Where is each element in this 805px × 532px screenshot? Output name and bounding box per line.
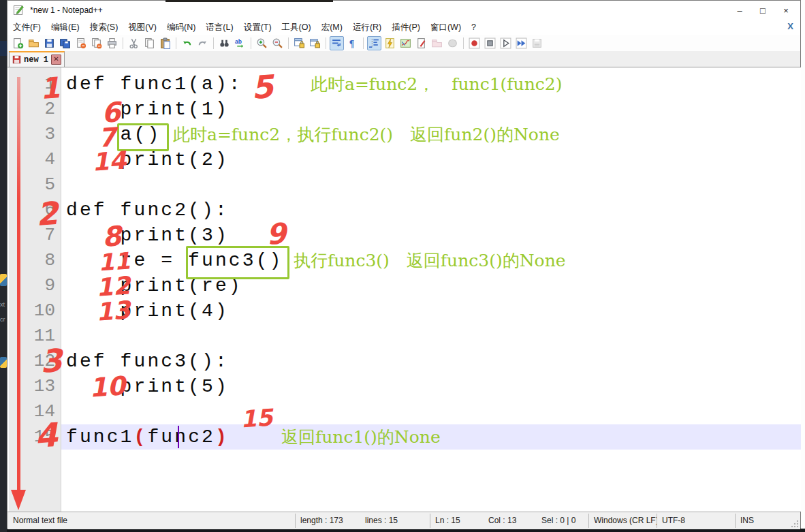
status-length: length : 173 bbox=[295, 512, 360, 529]
code-line-15[interactable]: func1(func2) bbox=[66, 424, 229, 450]
menu-item-1[interactable]: 文件(F) bbox=[8, 20, 46, 35]
python-logo-icon bbox=[0, 274, 7, 286]
status-column-number: Col : 13 bbox=[483, 512, 536, 529]
sync-horizontal-scroll-icon[interactable] bbox=[308, 36, 322, 50]
cut-icon[interactable] bbox=[127, 36, 141, 50]
red-step-mark: 4 bbox=[33, 418, 59, 452]
background-top-sliver bbox=[165, 0, 333, 2]
unsaved-floppy-icon bbox=[12, 55, 21, 64]
line-number: 8 bbox=[14, 248, 55, 273]
code-line-6[interactable]: def func2(): bbox=[66, 198, 229, 223]
background-text-fragment: cr bbox=[0, 317, 5, 323]
status-encoding[interactable]: UTF-8 bbox=[657, 512, 735, 529]
toolbar-separator bbox=[288, 37, 289, 49]
copy-icon[interactable] bbox=[142, 36, 157, 50]
red-step-mark: 10 bbox=[89, 373, 126, 401]
menu-item-6[interactable]: 语言(L) bbox=[201, 20, 238, 35]
status-eol-format[interactable]: Windows (CR LF) bbox=[588, 512, 657, 529]
menu-bar: 文件(F)编辑(E)搜索(S)视图(V)编码(N)语言(L)设置(T)工具(O)… bbox=[7, 20, 800, 35]
zoom-in-icon[interactable] bbox=[255, 36, 269, 50]
toolbar: ab ¶ bbox=[7, 35, 800, 51]
status-insert-mode[interactable]: INS bbox=[735, 512, 776, 529]
close-doc-icon[interactable] bbox=[74, 36, 88, 50]
svg-text:ab: ab bbox=[235, 37, 242, 44]
editor-area[interactable]: 123456789101112131415 def func1(a): prin… bbox=[8, 67, 801, 512]
line-number: 4 bbox=[14, 147, 55, 172]
status-selection: Sel : 0 | 0 bbox=[536, 512, 588, 529]
function-completion-icon[interactable] bbox=[383, 36, 397, 50]
red-step-mark: 13 bbox=[95, 298, 131, 324]
replace-icon[interactable]: ab bbox=[233, 36, 247, 50]
menu-item-5[interactable]: 编码(N) bbox=[162, 20, 200, 35]
menu-item-7[interactable]: 设置(T) bbox=[239, 20, 277, 35]
menu-item-11[interactable]: 插件(P) bbox=[387, 20, 425, 35]
screen: xt cr *new 1 - Notepad++ – □ × 文件(F) bbox=[0, 0, 805, 532]
menu-item-9[interactable]: 宏(M) bbox=[317, 20, 347, 35]
print-icon[interactable] bbox=[105, 36, 119, 50]
show-all-characters-icon[interactable]: ¶ bbox=[345, 36, 360, 50]
code-line-10[interactable]: print(4) bbox=[66, 298, 229, 324]
word-wrap-icon[interactable] bbox=[330, 36, 344, 50]
undo-icon[interactable] bbox=[180, 36, 194, 50]
close-document-x[interactable]: X bbox=[787, 21, 793, 31]
monitoring-icon[interactable] bbox=[445, 36, 460, 50]
resize-grip[interactable] bbox=[791, 520, 799, 528]
zoom-out-icon[interactable] bbox=[270, 36, 285, 50]
toolbar-separator bbox=[176, 37, 176, 49]
menu-item-2[interactable]: 编辑(E) bbox=[46, 20, 84, 35]
folder-workspace-icon[interactable] bbox=[430, 36, 444, 50]
document-map-icon[interactable] bbox=[398, 36, 413, 50]
menu-item-12[interactable]: 窗口(W) bbox=[426, 20, 466, 35]
menu-item-4[interactable]: 视图(V) bbox=[123, 20, 161, 35]
new-file-icon[interactable] bbox=[11, 36, 25, 50]
line-number: 10 bbox=[14, 298, 55, 324]
code-line-7[interactable]: print(3) bbox=[66, 223, 229, 248]
minimize-button[interactable]: – bbox=[728, 1, 751, 20]
red-step-mark: 15 bbox=[240, 405, 274, 431]
macro-play-icon[interactable] bbox=[499, 36, 513, 50]
toolbar-separator bbox=[251, 37, 251, 49]
indent-guide-icon[interactable] bbox=[367, 36, 381, 50]
sync-vertical-scroll-icon[interactable] bbox=[292, 36, 306, 50]
red-step-mark: 2 bbox=[35, 198, 59, 230]
tab-close-icon[interactable]: ✕ bbox=[51, 54, 61, 65]
green-annotation: 执行func3() 返回func3()的None bbox=[294, 248, 566, 273]
status-bar: Normal text file length : 173 lines : 15… bbox=[7, 512, 800, 529]
maximize-button[interactable]: □ bbox=[751, 1, 774, 20]
line-number: 5 bbox=[14, 172, 55, 198]
close-all-docs-icon[interactable] bbox=[89, 36, 104, 50]
redo-icon[interactable] bbox=[195, 36, 210, 50]
open-file-icon[interactable] bbox=[27, 36, 41, 50]
tab-new-1[interactable]: new 1 ✕ bbox=[9, 51, 65, 67]
green-annotation: 此时a=func2，执行func2() 返回fun2()的None bbox=[173, 122, 560, 147]
svg-text:¶: ¶ bbox=[349, 38, 354, 48]
toolbar-separator bbox=[213, 37, 214, 49]
macro-save-icon[interactable] bbox=[530, 36, 544, 50]
macro-record-icon[interactable] bbox=[467, 36, 482, 50]
macro-run-multiple-icon[interactable] bbox=[514, 36, 528, 50]
status-lines: lines : 15 bbox=[360, 512, 430, 529]
background-right bbox=[801, 0, 805, 529]
menu-item-10[interactable]: 运行(R) bbox=[348, 20, 386, 35]
red-step-mark: 1 bbox=[40, 74, 61, 104]
line-number: 9 bbox=[14, 273, 55, 298]
save-all-icon[interactable] bbox=[58, 36, 72, 50]
matched-brace: ( bbox=[134, 426, 148, 448]
menu-item-8[interactable]: 工具(O) bbox=[277, 20, 316, 35]
toolbar-separator bbox=[123, 37, 123, 49]
macro-stop-icon[interactable] bbox=[483, 36, 497, 50]
green-annotation: 返回func1()的None bbox=[281, 424, 441, 450]
code-line-12[interactable]: def func3(): bbox=[66, 349, 229, 374]
red-step-mark: 11 bbox=[97, 249, 131, 274]
code-line-2[interactable]: print(1) bbox=[66, 97, 229, 122]
menu-item-13[interactable]: ? bbox=[467, 21, 481, 33]
menu-item-3[interactable]: 搜索(S) bbox=[85, 20, 123, 35]
find-icon[interactable] bbox=[217, 36, 232, 50]
code-line-1[interactable]: def func1(a): bbox=[66, 72, 242, 97]
save-icon[interactable] bbox=[42, 36, 57, 50]
background-app-strip: xt cr bbox=[0, 0, 7, 532]
paste-icon[interactable] bbox=[158, 36, 172, 50]
green-annotation: 此时a=func2， func1(func2) bbox=[311, 72, 562, 97]
close-button[interactable]: × bbox=[774, 1, 798, 20]
document-edit-icon[interactable] bbox=[414, 36, 428, 50]
